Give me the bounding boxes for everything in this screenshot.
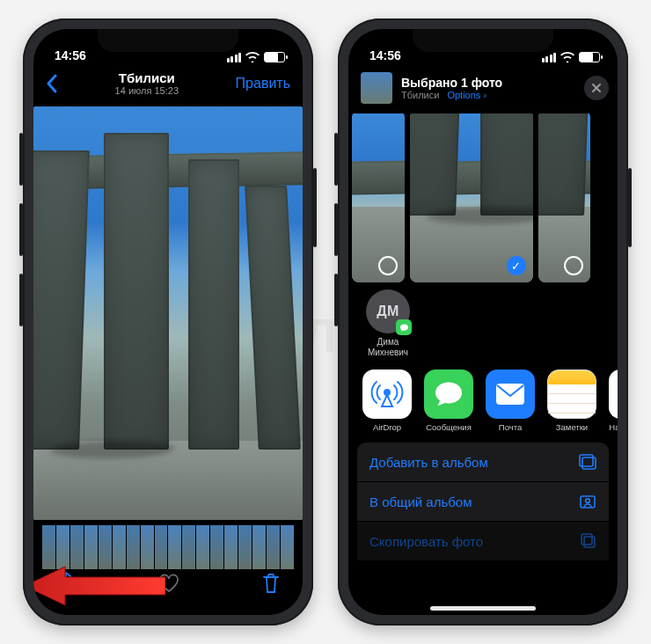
album-add-icon [579,454,596,470]
messages-icon [424,370,473,419]
wifi-icon [245,52,260,62]
action-add-to-album[interactable]: Добавить в альбом [357,443,609,481]
app-notes[interactable]: Заметки [547,370,596,432]
app-airdrop[interactable]: AirDrop [362,370,412,432]
avatar: ДМ [366,289,410,333]
contacts-row: ДМ ДимаМихневич [348,288,618,362]
mail-icon [486,370,535,419]
photo-view[interactable] [33,106,303,520]
trash-icon[interactable] [262,573,280,594]
battery-icon [264,52,285,62]
options-link[interactable]: Options › [447,90,486,100]
contact-chip[interactable]: ДМ ДимаМихневич [362,289,413,357]
sheet-title: Выбрано 1 фото [401,76,575,90]
bottom-toolbar [33,562,303,615]
nav-bar: Тбилиси 14 июля 15:23 Править [33,64,303,103]
app-peek[interactable]: Нап [609,370,618,432]
app-messages[interactable]: Сообщения [424,370,473,432]
selectable-photo[interactable] [352,110,405,282]
battery-icon [579,52,600,62]
action-copy-photo[interactable]: Скопировать фото [357,522,609,560]
shared-album-icon [579,494,596,509]
select-circle-icon[interactable] [378,256,398,275]
iphone-right: 14:56 Выбрано 1 фото Тбилиси Options › [338,18,628,626]
nav-title: Тбилиси [115,70,179,85]
close-button[interactable] [584,76,609,100]
selectable-photo[interactable]: ✓ [410,110,533,282]
cellular-icon [227,53,242,62]
favorite-icon[interactable] [158,574,179,593]
selectable-photo[interactable] [538,110,591,282]
share-sheet-header: Выбрано 1 фото Тбилиси Options › [348,64,618,110]
share-icon[interactable] [56,572,76,595]
copy-icon [581,533,596,549]
notch [413,29,553,52]
action-shared-album[interactable]: В общий альбом [357,482,609,521]
iphone-left: 14:56 Тбилиси 14 июля 15:23 Правит [23,18,313,626]
svg-rect-8 [582,534,592,545]
edit-button[interactable]: Править [236,76,290,91]
sheet-subtitle: Тбилиси [401,90,439,100]
svg-rect-7 [584,537,595,547]
apps-row: AirDrop Сообщения Почта [348,362,618,437]
airdrop-icon [362,370,412,419]
messages-badge-icon [396,319,412,335]
next-app-icon [609,370,618,419]
notch [98,29,238,52]
header-thumbnail [361,72,392,104]
svg-rect-2 [496,384,524,405]
nav-subtitle: 14 июля 15:23 [115,85,179,97]
home-indicator[interactable] [430,606,536,611]
selection-strip[interactable]: ✓ [348,110,618,288]
select-check-icon[interactable]: ✓ [507,256,526,275]
cellular-icon [542,53,557,62]
status-time: 14:56 [369,48,401,62]
wifi-icon [560,52,574,62]
action-list: Добавить в альбом В общий альбом Скопиро… [357,443,609,560]
svg-point-6 [586,499,590,503]
notes-icon [547,370,596,419]
status-time: 14:56 [55,48,86,62]
back-button[interactable] [46,74,58,93]
app-mail[interactable]: Почта [486,370,535,432]
